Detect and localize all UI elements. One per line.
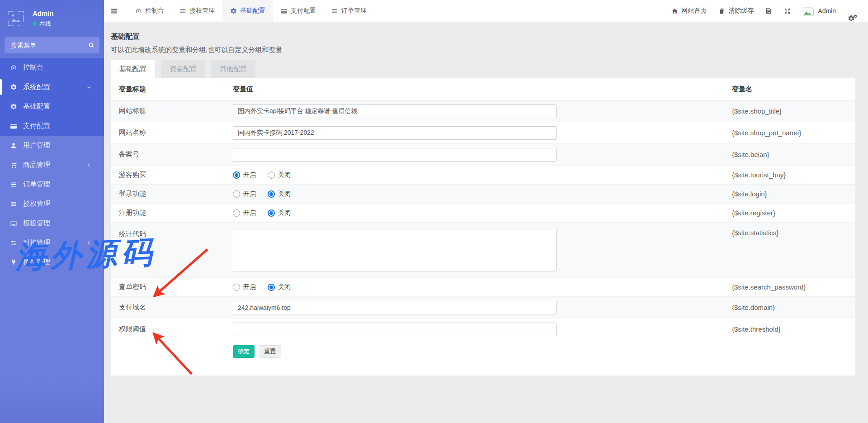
radio-group-注册功能: 开启关闭 bbox=[233, 209, 732, 217]
config-row-网站名称: 网站名称{$site.shop_pet_name} bbox=[111, 122, 855, 144]
radio-option-关闭[interactable]: 关闭 bbox=[268, 171, 291, 179]
field-label: 支付域名 bbox=[111, 303, 233, 312]
menu-search-input[interactable] bbox=[5, 37, 99, 53]
sidebar-item-label: 系统配置 bbox=[23, 83, 50, 91]
sidebar-item-商品管理[interactable]: 商品管理 bbox=[0, 155, 104, 175]
chevron-down-icon bbox=[86, 85, 92, 90]
radio-button[interactable] bbox=[268, 190, 275, 198]
variable-name: {$site.register} bbox=[732, 209, 855, 217]
config-group-tabs: 基础配置资金配置其他配置 bbox=[111, 60, 261, 78]
sidebar-item-基础配置[interactable]: 基础配置 bbox=[0, 97, 104, 116]
config-row-游客购买: 游客购买开启关闭{$site.tourist_buy} bbox=[111, 166, 855, 185]
navbar-tabs: 控制台授权管理基础配置支付配置订单管理 bbox=[127, 0, 374, 22]
sidebar-item-系统配置[interactable]: 系统配置 bbox=[0, 77, 104, 97]
radio-label: 关闭 bbox=[278, 190, 291, 198]
radio-label: 开启 bbox=[243, 209, 256, 217]
nav-tab-授权管理[interactable]: 授权管理 bbox=[172, 0, 222, 22]
radio-button[interactable] bbox=[268, 284, 275, 291]
radio-option-开启[interactable]: 开启 bbox=[233, 190, 256, 198]
radio-option-关闭[interactable]: 关闭 bbox=[268, 190, 291, 198]
nav-tab-订单管理[interactable]: 订单管理 bbox=[324, 0, 374, 22]
config-tab-基础配置[interactable]: 基础配置 bbox=[111, 60, 155, 78]
radio-button[interactable] bbox=[233, 209, 240, 217]
radio-label: 关闭 bbox=[278, 283, 291, 291]
config-row-支付域名: 支付域名{$site.domain} bbox=[111, 297, 855, 318]
config-row-登录功能: 登录功能开启关闭{$site.login} bbox=[111, 185, 855, 204]
sidebar-item-用户管理[interactable]: 用户管理 bbox=[0, 136, 104, 155]
variable-name: {$site.threshold} bbox=[732, 325, 855, 333]
radio-button[interactable] bbox=[233, 284, 240, 291]
radio-dot bbox=[269, 211, 273, 215]
nav-tab-label: 控制台 bbox=[145, 7, 164, 15]
field-input-权限阈值[interactable] bbox=[233, 323, 557, 336]
config-tab-其他配置[interactable]: 其他配置 bbox=[211, 60, 255, 78]
field-value-cell: 开启关闭 bbox=[233, 171, 732, 179]
radio-group-查单密码: 开启关闭 bbox=[233, 283, 732, 291]
radio-option-关闭[interactable]: 关闭 bbox=[268, 209, 291, 217]
field-label: 统计代码 bbox=[111, 223, 233, 238]
radio-button[interactable] bbox=[233, 171, 240, 179]
chevron-left-icon bbox=[86, 240, 92, 246]
sidebar-item-控制台[interactable]: 控制台 bbox=[0, 58, 104, 77]
nav-tab-label: 订单管理 bbox=[341, 7, 367, 15]
field-label: 注册功能 bbox=[111, 209, 233, 217]
field-label: 权限阈值 bbox=[111, 325, 233, 333]
list-icon bbox=[10, 181, 17, 188]
field-textarea-统计代码[interactable] bbox=[233, 229, 557, 271]
sidebar-item-模板管理[interactable]: 模板管理 bbox=[0, 214, 104, 233]
textarea-wrap bbox=[233, 229, 557, 271]
radio-button[interactable] bbox=[268, 171, 275, 179]
radio-group-登录功能: 开启关闭 bbox=[233, 190, 732, 198]
site-home-link[interactable]: 网站首页 bbox=[665, 0, 712, 22]
sidebar-item-授权管理[interactable]: 授权管理 bbox=[0, 194, 104, 214]
submit-button[interactable]: 确定 bbox=[233, 345, 255, 358]
user-name: Admin bbox=[33, 10, 54, 17]
reset-button[interactable]: 重置 bbox=[259, 345, 281, 358]
fullscreen-button[interactable] bbox=[778, 0, 797, 22]
sidebar-item-对接管理[interactable]: 对接管理 bbox=[0, 233, 104, 252]
field-input-支付域名[interactable] bbox=[233, 301, 557, 314]
sidebar-item-订单管理[interactable]: 订单管理 bbox=[0, 175, 104, 194]
sidebar-item-label: 商品管理 bbox=[23, 161, 50, 169]
site-home-label: 网站首页 bbox=[681, 7, 707, 15]
radio-label: 开启 bbox=[243, 283, 256, 291]
field-input-网站标题[interactable] bbox=[233, 105, 557, 118]
gear-icon bbox=[230, 8, 237, 14]
list-icon bbox=[10, 200, 17, 208]
page-subtitle: 可以在此增改系统的变量和分组,也可以自定义分组和变量 bbox=[111, 46, 282, 54]
nav-tab-控制台[interactable]: 控制台 bbox=[127, 0, 172, 22]
settings-button[interactable] bbox=[842, 0, 863, 22]
gear-icon bbox=[10, 84, 17, 91]
gear-small-icon bbox=[854, 14, 858, 19]
top-navbar: 控制台授权管理基础配置支付配置订单管理 网站首页 清除缓存 Admin bbox=[104, 0, 868, 22]
search-icon[interactable] bbox=[88, 42, 94, 48]
field-input-网站名称[interactable] bbox=[233, 126, 557, 140]
sidebar-item-支付配置[interactable]: 支付配置 bbox=[0, 116, 104, 136]
config-row-网站标题: 网站标题{$site.shop_title} bbox=[111, 100, 855, 122]
field-input-备案号[interactable] bbox=[233, 148, 557, 162]
menu-toggle-button[interactable] bbox=[104, 0, 124, 22]
admin-user-menu[interactable]: Admin bbox=[797, 0, 842, 22]
radio-option-开启[interactable]: 开启 bbox=[233, 171, 256, 179]
radio-option-开启[interactable]: 开启 bbox=[233, 209, 256, 217]
radio-option-关闭[interactable]: 关闭 bbox=[268, 283, 291, 291]
nav-tab-基础配置[interactable]: 基础配置 bbox=[222, 0, 273, 22]
config-row-查单密码: 查单密码开启关闭{$site.search_password} bbox=[111, 278, 855, 297]
config-tab-资金配置[interactable]: 资金配置 bbox=[161, 60, 205, 78]
variable-name: {$site.domain} bbox=[732, 304, 855, 311]
sidebar-item-label: 支付配置 bbox=[23, 122, 50, 130]
nav-tab-支付配置[interactable]: 支付配置 bbox=[273, 0, 324, 22]
config-row-权限阈值: 权限阈值{$site.threshold} bbox=[111, 318, 855, 340]
field-label: 登录功能 bbox=[111, 190, 233, 198]
radio-option-开启[interactable]: 开启 bbox=[233, 283, 256, 291]
document-check-button[interactable] bbox=[760, 0, 778, 22]
config-row-统计代码: 统计代码{$site.statistics} bbox=[111, 223, 855, 278]
variable-name: {$site.login} bbox=[732, 190, 855, 198]
radio-button[interactable] bbox=[233, 190, 240, 198]
clear-cache-link[interactable]: 清除缓存 bbox=[712, 0, 760, 22]
radio-label: 开启 bbox=[243, 171, 256, 179]
list-icon bbox=[331, 8, 338, 14]
config-rows: 网站标题{$site.shop_title}网站名称{$site.shop_pe… bbox=[111, 100, 855, 340]
radio-button[interactable] bbox=[268, 209, 275, 217]
sidebar-item-插件管理[interactable]: 插件管理 bbox=[0, 252, 104, 272]
